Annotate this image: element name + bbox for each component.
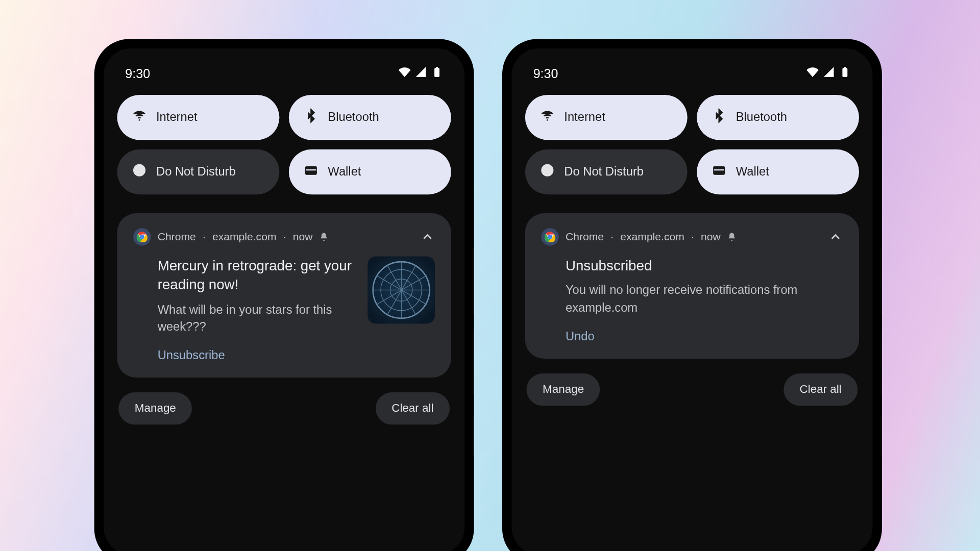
svg-point-6	[140, 235, 144, 239]
wallet-icon	[712, 163, 726, 181]
side-button	[880, 247, 882, 315]
side-button	[473, 247, 474, 315]
qs-tile-dnd[interactable]: Do Not Disturb	[525, 149, 688, 194]
separator: ·	[203, 231, 206, 243]
status-icons	[806, 66, 851, 81]
clear-all-button[interactable]: Clear all	[376, 392, 450, 424]
collapse-icon[interactable]	[828, 230, 843, 244]
notification-app: Chrome	[158, 231, 196, 243]
notification-header: Chrome · example.com · now	[133, 228, 435, 245]
qs-label: Internet	[156, 110, 198, 124]
qs-label: Do Not Disturb	[564, 165, 644, 179]
separator: ·	[691, 231, 694, 243]
wifi-icon	[806, 66, 819, 81]
notification-subtitle: What will be in your stars for this week…	[158, 301, 357, 335]
separator: ·	[610, 231, 614, 243]
battery-icon	[431, 66, 443, 81]
clock: 9:30	[533, 66, 558, 81]
notification-title: Unsubscribed	[566, 257, 843, 276]
side-button	[473, 416, 474, 456]
wifi-icon	[540, 108, 555, 127]
qs-label: Internet	[564, 110, 605, 124]
qs-label: Wallet	[328, 165, 361, 179]
phone-mockup-before: 9:30 Internet Bluetooth Do Not Disturb	[94, 39, 474, 551]
side-button	[880, 416, 882, 456]
svg-point-13	[548, 235, 552, 239]
notification-card[interactable]: Chrome · example.com · now Mercury in re…	[117, 213, 451, 378]
side-button	[473, 329, 474, 396]
dnd-icon	[132, 163, 147, 181]
notification-time: now	[293, 231, 313, 243]
notification-app: Chrome	[566, 231, 604, 243]
clock: 9:30	[125, 66, 150, 81]
screen: 9:30 Internet Bluetooth Do Not Disturb	[104, 48, 464, 551]
qs-tile-dnd[interactable]: Do Not Disturb	[117, 149, 280, 194]
notification-footer: Manage Clear all	[525, 370, 859, 408]
phone-mockup-after: 9:30 Internet Bluetooth Do Not Disturb	[502, 39, 882, 551]
wallet-icon	[304, 163, 318, 181]
status-bar: 9:30	[117, 61, 451, 95]
chrome-icon	[133, 228, 151, 245]
separator: ·	[283, 231, 286, 243]
quick-settings: Internet Bluetooth Do Not Disturb Wallet	[525, 95, 859, 194]
wifi-icon	[132, 108, 147, 127]
side-button	[880, 329, 882, 396]
svg-point-0	[139, 119, 140, 121]
qs-tile-wallet[interactable]: Wallet	[697, 149, 859, 194]
status-bar: 9:30	[525, 61, 859, 95]
manage-button[interactable]: Manage	[118, 392, 192, 424]
wifi-icon	[399, 66, 411, 81]
undo-button[interactable]: Undo	[541, 330, 843, 344]
notification-time: now	[701, 231, 721, 243]
cellular-icon	[823, 66, 835, 81]
unsubscribe-button[interactable]: Unsubscribe	[133, 348, 435, 363]
notification-image	[368, 257, 435, 324]
notification-site: example.com	[212, 231, 277, 243]
bell-icon	[727, 232, 737, 241]
notification-header: Chrome · example.com · now	[541, 228, 843, 245]
chrome-icon	[541, 228, 558, 245]
qs-label: Do Not Disturb	[156, 165, 236, 179]
svg-rect-11	[714, 169, 725, 171]
qs-tile-bluetooth[interactable]: Bluetooth	[697, 95, 859, 140]
cellular-icon	[415, 66, 427, 81]
bell-icon	[320, 232, 329, 241]
qs-label: Wallet	[736, 165, 769, 179]
notification-title: Mercury in retrograde: get your reading …	[158, 257, 357, 295]
bluetooth-icon	[304, 108, 318, 127]
notification-site: example.com	[620, 231, 684, 243]
dnd-icon	[540, 163, 555, 181]
qs-label: Bluetooth	[328, 110, 379, 124]
qs-tile-bluetooth[interactable]: Bluetooth	[289, 95, 451, 140]
bluetooth-icon	[712, 108, 726, 127]
battery-icon	[839, 66, 851, 81]
svg-point-7	[547, 119, 548, 121]
qs-tile-internet[interactable]: Internet	[117, 95, 280, 140]
qs-tile-wallet[interactable]: Wallet	[289, 149, 451, 194]
zodiac-wheel-icon	[372, 261, 430, 319]
qs-tile-internet[interactable]: Internet	[525, 95, 688, 140]
screen: 9:30 Internet Bluetooth Do Not Disturb	[511, 48, 872, 551]
qs-label: Bluetooth	[736, 110, 787, 124]
status-icons	[399, 66, 443, 81]
svg-rect-4	[305, 169, 316, 171]
notification-footer: Manage Clear all	[117, 390, 451, 428]
clear-all-button[interactable]: Clear all	[783, 373, 858, 406]
notification-subtitle: You will no longer receive notifications…	[566, 282, 843, 316]
quick-settings: Internet Bluetooth Do Not Disturb Wallet	[117, 95, 451, 194]
collapse-icon[interactable]	[420, 230, 435, 244]
manage-button[interactable]: Manage	[526, 373, 600, 406]
notification-card[interactable]: Chrome · example.com · now Unsubscribed …	[525, 213, 859, 359]
